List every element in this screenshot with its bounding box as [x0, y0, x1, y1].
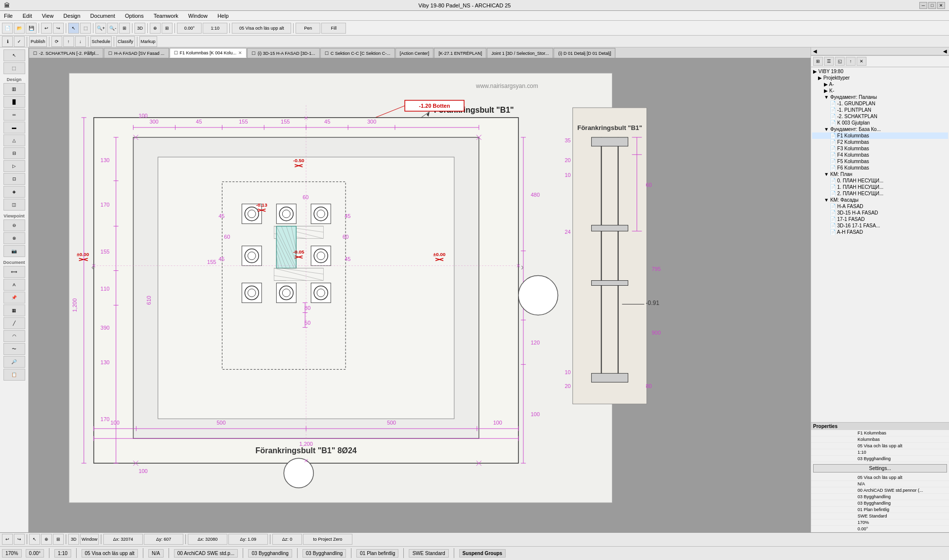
grid-btn[interactable]: ⊞: [162, 23, 173, 34]
tool-stair[interactable]: ⊟: [3, 147, 25, 159]
suspend-groups-button[interactable]: Suspend Groups: [459, 549, 506, 558]
status-swe-standard[interactable]: SWE Standard: [409, 549, 448, 558]
minimize-button[interactable]: ─: [919, 2, 927, 9]
marquee-tool[interactable]: ⬚: [80, 23, 91, 34]
tool-dim[interactable]: ⟺: [3, 266, 25, 278]
panel-tool-2[interactable]: ☰: [824, 57, 834, 66]
tool-slab[interactable]: ▬: [3, 122, 25, 133]
tree-fundament-palany[interactable]: ▼ Фундамент: Паланы: [812, 94, 948, 100]
menu-teamwork[interactable]: Teamwork: [152, 12, 180, 20]
tree-gjutplan[interactable]: 📄 K 003 Gjutplan: [812, 120, 948, 126]
status-angle[interactable]: 0.00°: [26, 549, 44, 558]
menu-help[interactable]: Help: [216, 12, 231, 20]
panel-collapse-left[interactable]: ◀: [943, 48, 947, 54]
zoom-out-btn[interactable]: 🔍-: [107, 23, 118, 34]
status-plan-befintlig[interactable]: 01 Plan befintlig: [356, 549, 398, 558]
tool-worksheet[interactable]: 📋: [3, 369, 25, 381]
undo-btn[interactable]: ↩: [41, 23, 52, 34]
tree-k[interactable]: ▶ K-: [812, 87, 948, 94]
open-btn[interactable]: 📂: [14, 23, 25, 34]
tool-beam[interactable]: ═: [3, 109, 25, 121]
tool-detail[interactable]: 🔎: [3, 356, 25, 368]
tool-arc[interactable]: ◠: [3, 330, 25, 342]
tree-3d-15[interactable]: 📄 3D-15 Н-А FASAD: [812, 210, 948, 216]
tab-kolumnbas-active[interactable]: ☐ F1 Kolumnbas [K 004 Kolu... ✕: [170, 48, 247, 58]
zoom-fit-btn[interactable]: ⊞: [119, 23, 130, 34]
tree-ah-fasad[interactable]: 📄 A-H FASAD: [812, 229, 948, 235]
tool-zone[interactable]: ◫: [3, 199, 25, 211]
tree-f3[interactable]: 📄 F3 Kolumnbas: [812, 145, 948, 152]
menu-window[interactable]: Window: [186, 12, 210, 20]
schedule-btn[interactable]: Schedule: [90, 36, 112, 47]
angle-btn[interactable]: 0.00°: [177, 23, 202, 34]
status-undo[interactable]: ↩: [2, 534, 13, 545]
tree-f2[interactable]: 📄 F2 Kolumnbas: [812, 139, 948, 145]
tree-grundplan[interactable]: 📄 -1. GRUNDPLAN: [812, 100, 948, 107]
menu-view[interactable]: View: [40, 12, 56, 20]
tool-roof[interactable]: △: [3, 134, 25, 146]
tree-km-fasady[interactable]: ▼ KM: Фасады: [812, 197, 948, 203]
tab-sektion[interactable]: ☐ C Sektion C-C [C Sektion C-...: [320, 48, 395, 58]
status-redo[interactable]: ↪: [14, 534, 25, 545]
pen-btn[interactable]: Pen: [296, 23, 320, 34]
tree-f1[interactable]: 📄 F1 Kolumnbas: [812, 132, 948, 139]
status-pointer[interactable]: ↖: [29, 534, 40, 545]
status-layer[interactable]: 05 Visa och läs upp alt: [82, 549, 138, 558]
tool-fill[interactable]: ▦: [3, 304, 25, 316]
tab-joint[interactable]: Joint 1 [3D / Selection_Stor...: [487, 48, 553, 58]
tab-schaktplan[interactable]: ☐ -2. SCHAKTPLAN [-2. Pålfpl...: [29, 48, 103, 58]
tree-ha-fasad[interactable]: 📄 Н-А FASAD: [812, 203, 948, 210]
menu-file[interactable]: File: [2, 12, 15, 20]
settings-button[interactable]: Settings...: [813, 464, 947, 473]
publish-btn[interactable]: Publish: [29, 36, 47, 47]
teamwork-sync[interactable]: ⟳: [51, 36, 62, 47]
status-snap[interactable]: ⊕: [41, 534, 52, 545]
menu-document[interactable]: Document: [88, 12, 117, 20]
tab-detalj[interactable]: (i) D 01 Detalj [D 01 Detalj]: [554, 48, 615, 58]
pointer-tool[interactable]: ↖: [68, 23, 79, 34]
tool-camera[interactable]: 📷: [3, 245, 25, 257]
tab-entreplan[interactable]: [K-27.1 ENTRÉPLAN]: [434, 48, 486, 58]
status-grid[interactable]: ⊞: [53, 534, 64, 545]
tool-text[interactable]: A: [3, 279, 25, 291]
tree-root[interactable]: ▶ VIBY 19:80: [812, 68, 948, 75]
tool-wall[interactable]: ▥: [3, 83, 25, 95]
menu-design[interactable]: Design: [61, 12, 82, 20]
redo-btn[interactable]: ↪: [53, 23, 64, 34]
status-bygg1[interactable]: 03 Bygghandling: [248, 549, 292, 558]
zoom-in-btn[interactable]: 🔍+: [95, 23, 106, 34]
maximize-button[interactable]: □: [928, 2, 936, 9]
status-window[interactable]: Window: [80, 534, 99, 545]
teamwork-receive[interactable]: ↓: [75, 36, 86, 47]
tree-f4[interactable]: 📄 F4 Kolumnbas: [812, 152, 948, 158]
status-zoom[interactable]: 170%: [2, 549, 22, 558]
tree-f5[interactable]: 📄 F5 Kolumnbas: [812, 158, 948, 165]
status-pen-set[interactable]: 00 ArchiCAD SWE std.p...: [174, 549, 238, 558]
tree-17-1[interactable]: 📄 17-1 FASAD: [812, 216, 948, 222]
tool-label[interactable]: 📌: [3, 292, 25, 303]
tool-door[interactable]: ▷: [3, 160, 25, 172]
tree-plintplan[interactable]: 📄 -1. PLINTPLAN: [812, 107, 948, 113]
status-bygg2[interactable]: 03 Bygghandling: [302, 549, 346, 558]
fill-btn[interactable]: Fill: [321, 23, 346, 34]
info-btn[interactable]: ℹ: [2, 36, 13, 47]
snap-btn[interactable]: ⊕: [150, 23, 161, 34]
panel-tool-4[interactable]: ↑: [846, 57, 856, 66]
layer-btn[interactable]: 05 Visa och läs upp alt: [232, 23, 291, 34]
tool-window[interactable]: ⊡: [3, 173, 25, 185]
panel-tool-close[interactable]: ✕: [857, 57, 866, 66]
teamwork-send[interactable]: ↑: [63, 36, 74, 47]
view-3d-btn[interactable]: 3D: [134, 23, 145, 34]
tab-action-center[interactable]: [Action Center]: [395, 48, 434, 58]
tool-section[interactable]: ⊖: [3, 219, 25, 231]
check-btn[interactable]: ✓: [14, 36, 25, 47]
tool-pointer[interactable]: ↖: [3, 49, 25, 61]
close-button[interactable]: ✕: [937, 2, 945, 9]
status-scale[interactable]: 1:10: [54, 549, 71, 558]
tree-projekttyper[interactable]: ▶ Projekttyper: [812, 75, 948, 81]
new-btn[interactable]: 📄: [2, 23, 13, 34]
drawing-area[interactable]: www.nairisargsyan.com Förankringsbult "B…: [29, 58, 811, 532]
panel-tool-1[interactable]: ⊞: [813, 57, 823, 66]
tool-spline[interactable]: 〜: [3, 343, 25, 355]
tree-area[interactable]: ▶ VIBY 19:80 ▶ Projekttyper ▶ A- ▶ K- ▼ …: [811, 67, 949, 422]
